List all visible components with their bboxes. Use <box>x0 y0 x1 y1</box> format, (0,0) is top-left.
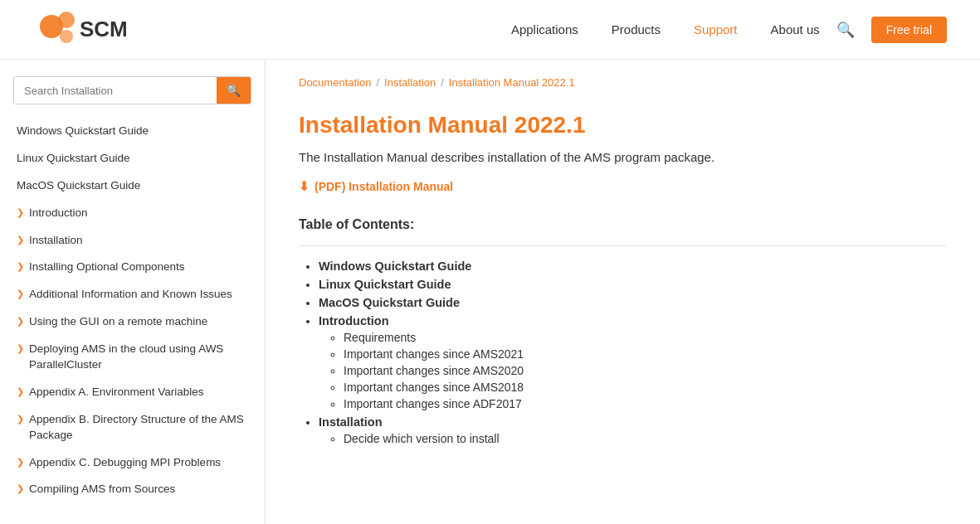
pdf-link-label: (PDF) Installation Manual <box>314 180 453 193</box>
chevron-right-icon: ❯ <box>17 235 24 245</box>
sidebar-item-deploy-aws[interactable]: ❯ Deploying AMS in the cloud using AWS P… <box>0 336 265 379</box>
toc-item-label: Linux Quickstart Guide <box>319 278 451 291</box>
sidebar-item-additional-info[interactable]: ❯ Additional Information and Known Issue… <box>0 281 265 308</box>
sidebar-item-appendix-c[interactable]: ❯ Appendix C. Debugging MPI Problems <box>0 449 265 477</box>
list-item[interactable]: Important changes since AMS2020 <box>344 364 946 377</box>
chevron-right-icon: ❯ <box>17 414 24 425</box>
breadcrumb-documentation[interactable]: Documentation <box>299 76 371 89</box>
nav-applications[interactable]: Applications <box>511 22 578 36</box>
logo[interactable]: SCM <box>33 8 166 51</box>
list-item[interactable]: Requirements <box>344 331 946 344</box>
breadcrumb-sep-2: / <box>441 76 444 89</box>
main-nav: Applications Products Support About us <box>511 22 820 36</box>
toc-item-introduction[interactable]: Introduction Requirements Important chan… <box>319 314 946 410</box>
toc-sublist-installation: Decide which version to install <box>319 432 946 445</box>
chevron-right-icon: ❯ <box>17 261 24 272</box>
chevron-right-icon: ❯ <box>17 457 24 468</box>
toc-heading: Table of Contents: <box>299 217 946 232</box>
nav-about[interactable]: About us <box>771 22 820 36</box>
nav-support[interactable]: Support <box>694 22 738 36</box>
toc-sublist-introduction: Requirements Important changes since AMS… <box>319 331 946 410</box>
breadcrumb: Documentation / Installation / Installat… <box>299 76 946 89</box>
download-icon: ⬇ <box>299 179 310 194</box>
pdf-download-link[interactable]: ⬇ (PDF) Installation Manual <box>299 179 946 194</box>
sidebar-item-appendix-b[interactable]: ❯ Appendix B. Directory Structure of the… <box>0 406 265 449</box>
list-item[interactable]: Decide which version to install <box>344 432 946 445</box>
chevron-right-icon: ❯ <box>17 289 24 299</box>
search-icon[interactable]: 🔍 <box>836 21 855 39</box>
sidebar-item-optional-components[interactable]: ❯ Installing Optional Components <box>0 254 265 281</box>
sidebar-item-compiling[interactable]: ❯ Compiling AMS from Sources <box>0 476 265 503</box>
search-box: 🔍 <box>13 76 251 104</box>
breadcrumb-manual[interactable]: Installation Manual 2022.1 <box>449 76 575 89</box>
main-layout: 🔍 Windows Quickstart Guide Linux Quickst… <box>0 60 980 524</box>
list-item[interactable]: Important changes since AMS2021 <box>344 347 946 361</box>
sidebar-list: Windows Quickstart Guide Linux Quickstar… <box>0 118 265 503</box>
page-title: Installation Manual 2022.1 <box>299 112 946 138</box>
breadcrumb-sep-1: / <box>376 76 379 89</box>
svg-point-2 <box>60 30 73 43</box>
sidebar: 🔍 Windows Quickstart Guide Linux Quickst… <box>0 60 266 524</box>
svg-text:SCM: SCM <box>80 17 128 41</box>
page-description: The Installation Manual describes instal… <box>299 150 946 164</box>
sidebar-item-introduction[interactable]: ❯ Introduction <box>0 200 265 227</box>
header: SCM Applications Products Support About … <box>0 0 980 60</box>
toc-item-label: Installation <box>319 415 383 429</box>
toc-item-label: Introduction <box>319 314 389 328</box>
chevron-right-icon: ❯ <box>17 386 24 397</box>
sidebar-item-installation[interactable]: ❯ Installation <box>0 227 265 255</box>
chevron-right-icon: ❯ <box>17 316 24 327</box>
main-content: Documentation / Installation / Installat… <box>266 60 979 524</box>
chevron-right-icon: ❯ <box>17 343 24 354</box>
nav-products[interactable]: Products <box>612 22 661 36</box>
search-button[interactable]: 🔍 <box>217 77 251 104</box>
list-item[interactable]: Important changes since AMS2018 <box>344 381 946 394</box>
toc-item-label: MacOS Quickstart Guide <box>319 296 460 309</box>
free-trial-button[interactable]: Free trial <box>871 17 947 43</box>
toc-item-installation[interactable]: Installation Decide which version to ins… <box>319 415 946 445</box>
sidebar-item-windows[interactable]: Windows Quickstart Guide <box>0 118 265 145</box>
toc-item-macos[interactable]: MacOS Quickstart Guide <box>319 296 946 309</box>
breadcrumb-installation[interactable]: Installation <box>384 76 436 89</box>
chevron-right-icon: ❯ <box>17 207 24 218</box>
toc-item-label: Windows Quickstart Guide <box>319 260 471 273</box>
toc-list: Windows Quickstart Guide Linux Quickstar… <box>299 245 946 445</box>
sidebar-item-linux[interactable]: Linux Quickstart Guide <box>0 145 265 172</box>
sidebar-item-gui-remote[interactable]: ❯ Using the GUI on a remote machine <box>0 308 265 336</box>
list-item[interactable]: Important changes since ADF2017 <box>344 397 946 410</box>
toc-item-windows[interactable]: Windows Quickstart Guide <box>319 260 946 273</box>
search-input[interactable] <box>14 77 217 104</box>
chevron-right-icon: ❯ <box>17 483 24 494</box>
sidebar-item-appendix-a[interactable]: ❯ Appendix A. Environment Variables <box>0 379 265 406</box>
svg-point-1 <box>58 12 75 28</box>
toc-item-linux[interactable]: Linux Quickstart Guide <box>319 278 946 291</box>
sidebar-item-macos[interactable]: MacOS Quickstart Guide <box>0 172 265 200</box>
